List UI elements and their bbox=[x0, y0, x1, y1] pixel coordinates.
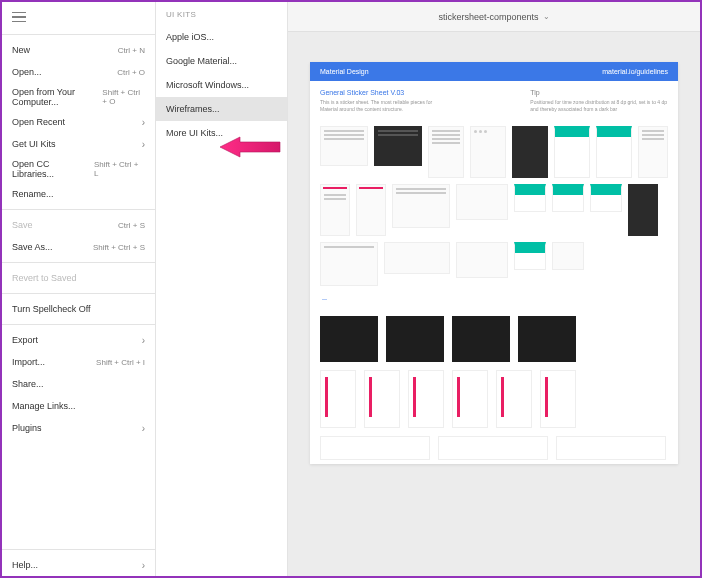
divider bbox=[2, 549, 155, 550]
thumb[interactable] bbox=[470, 126, 506, 178]
menu-save: Save Ctrl + S bbox=[2, 214, 155, 236]
component-row bbox=[310, 366, 678, 432]
thumb[interactable] bbox=[452, 370, 488, 428]
menu-help[interactable]: Help... › bbox=[2, 554, 155, 576]
menu-label: Open... bbox=[12, 67, 42, 77]
menu-label: Rename... bbox=[12, 189, 54, 199]
thumb[interactable] bbox=[356, 184, 386, 236]
sheet-tip-title: Tip bbox=[530, 89, 668, 96]
menu-shortcut: Ctrl + N bbox=[118, 46, 145, 55]
divider bbox=[2, 262, 155, 263]
thumb[interactable] bbox=[320, 436, 430, 460]
thumb[interactable] bbox=[320, 316, 378, 362]
thumb[interactable] bbox=[456, 184, 508, 220]
menu-shortcut: Shift + Ctrl + L bbox=[94, 160, 145, 178]
thumb[interactable] bbox=[320, 242, 378, 286]
thumb[interactable] bbox=[364, 370, 400, 428]
thumb[interactable] bbox=[392, 184, 450, 228]
menu-label: Open CC Libraries... bbox=[12, 159, 94, 179]
menu-open-computer[interactable]: Open from Your Computer... Shift + Ctrl … bbox=[2, 83, 155, 111]
canvas-area: stickersheet-components ⌄ Material Desig… bbox=[288, 2, 700, 576]
divider bbox=[2, 324, 155, 325]
sheet-title-bar: Material Design material.io/guidelines bbox=[310, 62, 678, 81]
chevron-right-icon: › bbox=[142, 423, 145, 434]
component-row bbox=[310, 312, 678, 366]
menu-open[interactable]: Open... Ctrl + O bbox=[2, 61, 155, 83]
thumb[interactable] bbox=[552, 184, 584, 212]
thumb[interactable] bbox=[320, 126, 368, 166]
menu-shortcut: Shift + Ctrl + I bbox=[96, 358, 145, 367]
menu-label: Help... bbox=[12, 560, 38, 570]
menu-label: Save As... bbox=[12, 242, 53, 252]
sheet-bar-right: material.io/guidelines bbox=[602, 68, 668, 75]
thumb[interactable] bbox=[638, 126, 668, 178]
sheet-meta-title: General Sticker Sheet V.03 bbox=[320, 89, 440, 96]
thumb[interactable] bbox=[518, 316, 576, 362]
thumb[interactable] bbox=[438, 436, 548, 460]
canvas-body[interactable]: Material Design material.io/guidelines G… bbox=[288, 32, 700, 576]
menu-save-as[interactable]: Save As... Shift + Ctrl + S bbox=[2, 236, 155, 258]
menu-open-recent[interactable]: Open Recent › bbox=[2, 111, 155, 133]
menu-import[interactable]: Import... Shift + Ctrl + I bbox=[2, 351, 155, 373]
menu-revert: Revert to Saved bbox=[2, 267, 155, 289]
chevron-right-icon: › bbox=[142, 335, 145, 346]
sticker-sheet-artboard[interactable]: Material Design material.io/guidelines G… bbox=[310, 62, 678, 464]
thumb[interactable] bbox=[540, 370, 576, 428]
thumb[interactable] bbox=[514, 184, 546, 212]
menu-manage-links[interactable]: Manage Links... bbox=[2, 395, 155, 417]
uikit-wireframes[interactable]: Wireframes... bbox=[156, 97, 287, 121]
component-row bbox=[310, 432, 678, 464]
menu-label: Open from Your Computer... bbox=[12, 87, 102, 107]
thumb[interactable] bbox=[428, 126, 464, 178]
menu-plugins[interactable]: Plugins › bbox=[2, 417, 155, 439]
thumb[interactable] bbox=[590, 184, 622, 212]
menu-open-cc-libraries[interactable]: Open CC Libraries... Shift + Ctrl + L bbox=[2, 155, 155, 183]
thumb[interactable] bbox=[554, 126, 590, 178]
menu-new[interactable]: New Ctrl + N bbox=[2, 39, 155, 61]
divider bbox=[2, 209, 155, 210]
hamburger-icon[interactable] bbox=[2, 8, 155, 30]
file-menu-panel: New Ctrl + N Open... Ctrl + O Open from … bbox=[2, 2, 156, 576]
menu-get-ui-kits[interactable]: Get UI Kits › bbox=[2, 133, 155, 155]
thumb[interactable] bbox=[456, 242, 508, 278]
menu-label: Revert to Saved bbox=[12, 273, 77, 283]
menu-label: Turn Spellcheck Off bbox=[12, 304, 91, 314]
sheet-meta-sub: This is a sticker sheet. The most reliab… bbox=[320, 99, 440, 112]
sheet-tip-sub: Positioned for time zone distribution at… bbox=[530, 99, 668, 112]
thumb[interactable] bbox=[386, 316, 444, 362]
uikit-microsoft-windows[interactable]: Microsoft Windows... bbox=[156, 73, 287, 97]
section-label: — bbox=[322, 296, 668, 302]
thumb[interactable] bbox=[514, 242, 546, 270]
thumb[interactable] bbox=[452, 316, 510, 362]
menu-export[interactable]: Export › bbox=[2, 329, 155, 351]
uikit-more[interactable]: More UI Kits... bbox=[156, 121, 287, 145]
doc-title-text: stickersheet-components bbox=[438, 12, 538, 22]
document-title-dropdown[interactable]: stickersheet-components ⌄ bbox=[438, 12, 549, 22]
chevron-right-icon: › bbox=[142, 117, 145, 128]
thumb[interactable] bbox=[496, 370, 532, 428]
thumb[interactable] bbox=[556, 436, 666, 460]
menu-label: Plugins bbox=[12, 423, 42, 433]
thumb[interactable] bbox=[374, 126, 422, 166]
menu-spellcheck[interactable]: Turn Spellcheck Off bbox=[2, 298, 155, 320]
thumb[interactable] bbox=[628, 184, 658, 236]
thumb[interactable] bbox=[512, 126, 548, 178]
thumb[interactable] bbox=[320, 184, 350, 236]
thumb[interactable] bbox=[596, 126, 632, 178]
menu-label: Manage Links... bbox=[12, 401, 76, 411]
menu-label: Import... bbox=[12, 357, 45, 367]
divider bbox=[2, 293, 155, 294]
menu-share[interactable]: Share... bbox=[2, 373, 155, 395]
thumb[interactable] bbox=[408, 370, 444, 428]
menu-label: Get UI Kits bbox=[12, 139, 56, 149]
sheet-bar-left: Material Design bbox=[320, 68, 369, 75]
thumb[interactable] bbox=[552, 242, 584, 270]
uikit-google-material[interactable]: Google Material... bbox=[156, 49, 287, 73]
uikit-apple-ios[interactable]: Apple iOS... bbox=[156, 25, 287, 49]
menu-label: New bbox=[12, 45, 30, 55]
menu-rename[interactable]: Rename... bbox=[2, 183, 155, 205]
thumb[interactable] bbox=[384, 242, 450, 274]
menu-label: Export bbox=[12, 335, 38, 345]
thumb[interactable] bbox=[320, 370, 356, 428]
menu-label: Share... bbox=[12, 379, 44, 389]
